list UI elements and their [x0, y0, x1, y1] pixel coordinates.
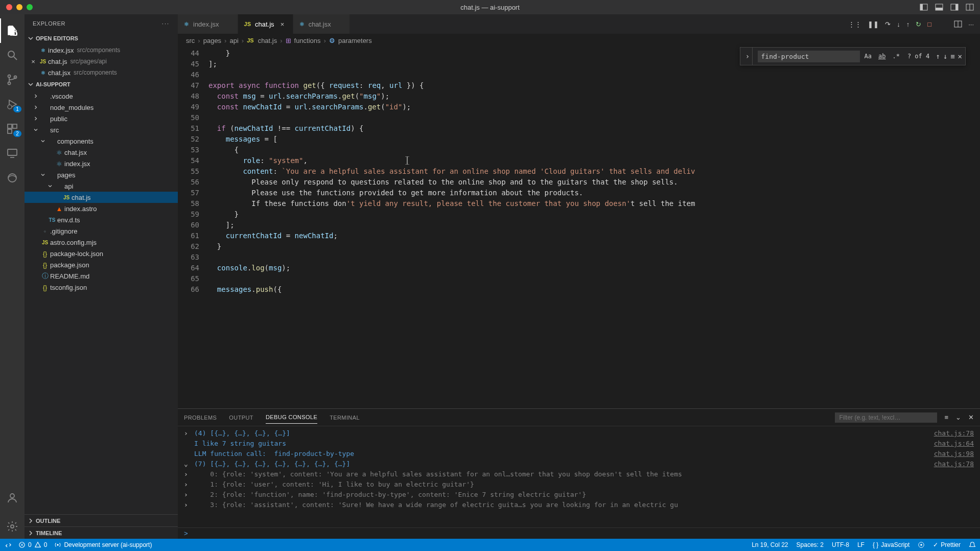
panel-tab-debug-console[interactable]: DEBUG CONSOLE — [266, 411, 317, 424]
status-prettier[interactable]: ✓ Prettier — [933, 541, 961, 548]
expand-icon[interactable]: ⌄ — [184, 459, 191, 469]
panel-tab-output[interactable]: OUTPUT — [229, 411, 253, 424]
remote-indicator[interactable] — [4, 541, 11, 548]
folder-item[interactable]: pages — [25, 169, 178, 180]
status-position[interactable]: Ln 19, Col 22 — [752, 541, 788, 548]
console-line[interactable]: › 0: {role: 'system', content: 'You are … — [184, 469, 974, 479]
expand-icon[interactable]: › — [184, 500, 191, 510]
open-editors-header[interactable]: OPEN EDITORS — [25, 32, 178, 44]
expand-icon[interactable] — [184, 449, 191, 459]
split-editor-icon[interactable] — [954, 20, 962, 28]
find-expand-icon[interactable]: › — [743, 48, 753, 65]
open-editor-item[interactable]: ⚛ chat.jsx src/components — [25, 67, 178, 78]
maximize-window-button[interactable] — [27, 4, 33, 10]
more-icon[interactable]: ··· — [162, 20, 170, 27]
console-line[interactable]: › 3: {role: 'assistant', content: 'Sure!… — [184, 500, 974, 510]
console-line[interactable]: LLM function call: find-product-by-type … — [184, 449, 974, 459]
status-language[interactable]: { } JavaScript — [873, 541, 909, 548]
activity-settings[interactable] — [0, 514, 25, 539]
stop-icon[interactable]: □ — [927, 20, 931, 28]
regex-icon[interactable]: .* — [891, 50, 901, 63]
timeline-header[interactable]: TIMELINE — [25, 526, 178, 539]
close-icon[interactable]: ✕ — [958, 51, 962, 62]
expand-icon[interactable]: › — [184, 490, 191, 500]
file-item[interactable]: {} tsconfig.json — [25, 282, 178, 293]
expand-icon[interactable] — [184, 439, 191, 449]
next-match-icon[interactable]: ↓ — [943, 51, 947, 62]
panel-tab-problems[interactable]: PROBLEMS — [184, 411, 217, 424]
file-item[interactable]: ⚛ chat.jsx — [25, 147, 178, 158]
breadcrumb-item[interactable]: functions — [294, 37, 321, 44]
restart-icon[interactable]: ↻ — [916, 20, 921, 28]
folder-item[interactable]: api — [25, 180, 178, 192]
file-item[interactable]: {} package-lock.json — [25, 248, 178, 259]
debug-console-prompt[interactable]: > — [178, 527, 980, 539]
folder-item[interactable]: node_modules — [25, 102, 178, 113]
close-window-button[interactable] — [6, 4, 12, 10]
panel-tab-terminal[interactable]: TERMINAL — [330, 411, 360, 424]
activity-search[interactable] — [0, 43, 25, 67]
file-item[interactable]: TS env.d.ts — [25, 214, 178, 225]
panel-left-icon[interactable] — [920, 3, 928, 11]
panel-bottom-icon[interactable] — [935, 3, 943, 11]
breadcrumbs[interactable]: src› pages› api› JSchat.js› ⊞ functions›… — [178, 34, 980, 47]
console-line[interactable]: I like 7 string guitars chat.js:64 — [184, 439, 974, 449]
code-content[interactable]: }]; export async function get({ request:… — [208, 47, 980, 408]
folder-item[interactable]: src — [25, 124, 178, 135]
file-item[interactable]: ⚛ index.jsx — [25, 158, 178, 169]
file-item[interactable]: ◦ .gitignore — [25, 225, 178, 237]
file-item[interactable]: JS astro.config.mjs — [25, 237, 178, 248]
breadcrumb-item[interactable]: pages — [203, 37, 221, 44]
close-panel-icon[interactable]: ✕ — [968, 414, 974, 421]
expand-icon[interactable]: › — [184, 428, 191, 439]
folder-item[interactable]: components — [25, 135, 178, 147]
collapse-icon[interactable]: ⌄ — [955, 414, 961, 421]
file-item[interactable]: JS chat.js — [25, 192, 178, 203]
file-item[interactable]: ▲ index.astro — [25, 203, 178, 214]
status-eol[interactable]: LF — [857, 541, 865, 548]
console-line[interactable]: › 2: {role: 'function', name: 'find-prod… — [184, 490, 974, 500]
editor-body[interactable]: 4445464748495051525354555657585960616263… — [178, 47, 980, 408]
console-line[interactable]: › 1: {role: 'user', content: 'Hi, I like… — [184, 479, 974, 490]
open-editor-item[interactable]: ⚛ index.jsx src/components — [25, 44, 178, 56]
activity-remote[interactable] — [0, 141, 25, 166]
debug-console-output[interactable]: › (4) [{…}, {…}, {…}, {…}] chat.js:78 I … — [178, 426, 980, 527]
find-selection-icon[interactable]: ≡ — [950, 51, 954, 62]
status-encoding[interactable]: UTF-8 — [832, 541, 849, 548]
status-live[interactable] — [918, 541, 925, 548]
activity-run[interactable]: 1 — [0, 92, 25, 117]
editor-tab[interactable]: ⚛index.jsx — [178, 14, 238, 34]
prev-match-icon[interactable]: ↑ — [936, 51, 940, 62]
outline-header[interactable]: OUTLINE — [25, 514, 178, 526]
step-over-icon[interactable]: ↷ — [885, 20, 891, 28]
panel-filter-input[interactable] — [835, 412, 937, 423]
file-item[interactable]: {} package.json — [25, 259, 178, 270]
activity-scm[interactable] — [0, 67, 25, 92]
editor-tab[interactable]: JSchat.js× — [238, 14, 293, 34]
drag-icon[interactable]: ⋮⋮ — [848, 20, 861, 28]
filter-icon[interactable]: ≡ — [944, 414, 948, 421]
pause-icon[interactable]: ❚❚ — [868, 20, 879, 28]
find-input[interactable] — [758, 51, 860, 62]
step-into-icon[interactable]: ↓ — [897, 20, 900, 28]
status-bell-icon[interactable] — [969, 541, 976, 548]
project-header[interactable]: AI-SUPPORT — [25, 78, 178, 90]
console-line[interactable]: › (4) [{…}, {…}, {…}, {…}] chat.js:78 — [184, 428, 974, 439]
breadcrumb-item[interactable]: chat.js — [258, 37, 277, 44]
console-source-link[interactable]: chat.js:78 — [934, 428, 974, 439]
close-icon[interactable]: × — [29, 58, 38, 65]
console-line[interactable]: ⌄ (7) [{…}, {…}, {…}, {…}, {…}, {…}, {…}… — [184, 459, 974, 469]
close-icon[interactable]: × — [278, 20, 287, 28]
more-icon[interactable]: ··· — [968, 20, 974, 28]
folder-item[interactable]: public — [25, 113, 178, 124]
minimap[interactable] — [973, 47, 980, 408]
activity-account[interactable] — [0, 486, 25, 510]
open-editor-item[interactable]: × JS chat.js src/pages/api — [25, 56, 178, 67]
panel-right-icon[interactable] — [950, 3, 959, 11]
breadcrumb-item[interactable]: api — [229, 37, 238, 44]
whole-word-icon[interactable]: ab — [876, 50, 888, 63]
match-case-icon[interactable]: Aa — [863, 50, 873, 63]
breadcrumb-item[interactable]: parameters — [338, 37, 372, 44]
expand-icon[interactable]: › — [184, 479, 191, 490]
file-item[interactable]: ⓘ README.md — [25, 270, 178, 282]
